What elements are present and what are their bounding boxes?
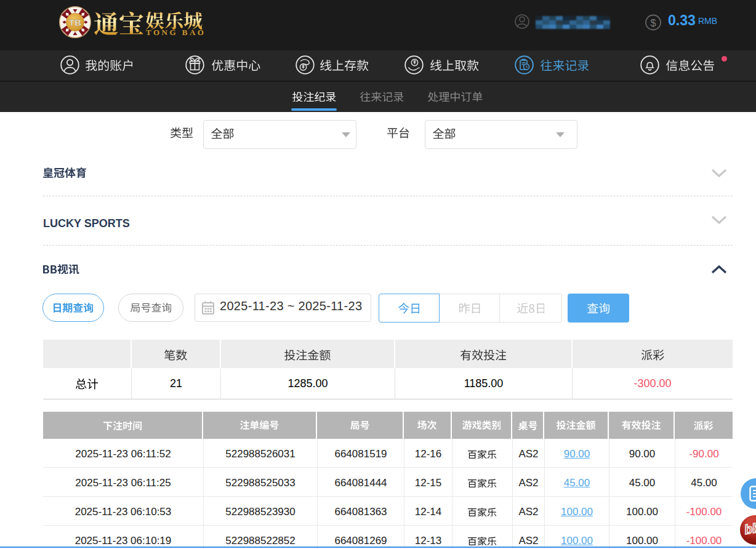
svg-text:$: $	[650, 17, 656, 29]
svg-text:TB: TB	[69, 17, 81, 28]
